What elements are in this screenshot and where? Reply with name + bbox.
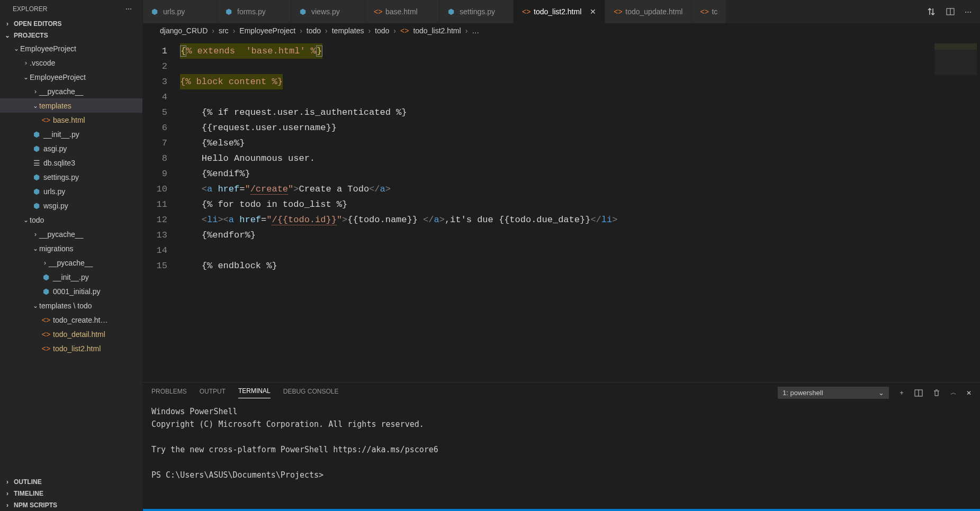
split-editor-icon[interactable] (946, 7, 955, 16)
tree-item-label: settings.py (43, 173, 79, 181)
trash-icon[interactable] (932, 389, 941, 397)
section-open-editors[interactable]: › OPEN EDITORS (0, 18, 142, 30)
code-line-13[interactable]: {%endfor%} (180, 227, 922, 243)
tree-item-__pycache__[interactable]: ›__pycache__ (0, 256, 142, 270)
section-projects[interactable]: ⌄ PROJECTS (0, 30, 142, 41)
tree-item-todo[interactable]: ⌄todo (0, 213, 142, 227)
tree-item-__init__-py[interactable]: ⬢__init__.py (0, 127, 142, 141)
chevron-right-icon: › (3, 501, 12, 509)
tab-label: views.py (311, 7, 340, 16)
code-line-1[interactable]: {% extends 'base.html' %} (180, 43, 922, 59)
tab-urls-py[interactable]: ⬢urls.py (143, 0, 217, 23)
panel-tab-problems[interactable]: PROBLEMS (151, 388, 187, 398)
breadcrumb-item[interactable]: todo (375, 26, 389, 35)
tab-tc[interactable]: <>tc (691, 0, 726, 23)
tree-item-label: __pycache__ (49, 259, 93, 267)
section-label: TIMELINE (14, 490, 43, 497)
tab-todo_list2-html[interactable]: <>todo_list2.html✕ (514, 0, 605, 23)
tree-item-label: templates \ todo (39, 302, 92, 310)
breadcrumb-separator: › (393, 26, 396, 35)
tree-item-urls-py[interactable]: ⬢urls.py (0, 184, 142, 198)
tree-item-__pycache__[interactable]: ›__pycache__ (0, 84, 142, 98)
panel-tab-terminal[interactable]: TERMINAL (238, 387, 271, 398)
tab-base-html[interactable]: <>base.html (365, 0, 439, 23)
tree-item--vscode[interactable]: ›.vscode (0, 56, 142, 70)
tree-item-todo_detail-html[interactable]: <>todo_detail.html (0, 327, 142, 341)
new-terminal-icon[interactable]: ＋ (898, 388, 905, 397)
tree-item-label: .vscode (30, 59, 55, 67)
terminal-output[interactable]: Windows PowerShell Copyright (C) Microso… (143, 399, 980, 509)
close-icon[interactable]: ✕ (586, 7, 596, 16)
tree-item-label: templates (39, 102, 71, 110)
code-line-14[interactable] (180, 243, 922, 258)
code-line-6[interactable]: {{request.user.username}} (180, 120, 922, 135)
code-line-10[interactable]: <a href="/create">Create a Todo</a> (180, 181, 922, 197)
tree-item-todo_list2-html[interactable]: <>todo_list2.html (0, 341, 142, 355)
panel-tab-debug[interactable]: DEBUG CONSOLE (283, 388, 339, 398)
tree-item-label: todo_list2.html (53, 344, 101, 353)
code-area[interactable]: {% extends 'base.html' %}{% block conten… (180, 39, 922, 382)
panel-tab-output[interactable]: OUTPUT (200, 388, 226, 398)
html-file-icon: <> (522, 7, 529, 16)
more-icon[interactable]: ⋯ (965, 8, 972, 16)
code-line-4[interactable] (180, 89, 922, 105)
tree-item-__pycache__[interactable]: ›__pycache__ (0, 227, 142, 241)
section-outline[interactable]: › OUTLINE (0, 476, 142, 488)
breadcrumb-item[interactable]: templates (332, 26, 364, 35)
tree-item-templates[interactable]: ⌄templates (0, 98, 142, 113)
code-line-8[interactable]: Hello Anounmous user. (180, 151, 922, 166)
breadcrumb-item[interactable]: todo (307, 26, 321, 35)
tab-todo_update-html[interactable]: <>todo_update.html (605, 0, 691, 23)
code-line-2[interactable] (180, 59, 922, 74)
tab-views-py[interactable]: ⬢views.py (291, 0, 365, 23)
code-line-11[interactable]: {% for todo in todo_list %} (180, 197, 922, 212)
close-icon[interactable]: ✕ (966, 389, 972, 397)
code-line-5[interactable]: {% if request.user.is_authenticated %} (180, 105, 922, 120)
compare-icon[interactable] (927, 7, 936, 16)
tab-settings-py[interactable]: ⬢settings.py (439, 0, 514, 23)
py-file-icon: ⬢ (300, 7, 307, 16)
code-line-12[interactable]: <li><a href="/{{todo.id}}">{{todo.name}}… (180, 212, 922, 227)
tab-label: tc (712, 7, 717, 16)
code-line-9[interactable]: {%endif%} (180, 166, 922, 181)
tree-item-asgi-py[interactable]: ⬢asgi.py (0, 141, 142, 156)
tree-item-wsgi-py[interactable]: ⬢wsgi.py (0, 198, 142, 213)
breadcrumb-item[interactable]: EmployeeProject (239, 26, 295, 35)
py-file-icon: ⬢ (226, 7, 233, 16)
tree-item-label: __pycache__ (39, 87, 83, 96)
tree-item-db-sqlite3[interactable]: ☰db.sqlite3 (0, 156, 142, 170)
tree-item-label: 0001_initial.py (53, 287, 101, 296)
line-gutter: 123456789101112131415 (143, 39, 180, 382)
terminal-select[interactable]: 1: powershell ⌄ (778, 387, 889, 399)
section-label: NPM SCRIPTS (14, 501, 57, 509)
breadcrumb-item[interactable]: src (219, 26, 229, 35)
section-npm-scripts[interactable]: › NPM SCRIPTS (0, 499, 142, 511)
breadcrumb[interactable]: django_CRUD›src›EmployeeProject›todo›tem… (143, 23, 980, 39)
tab-forms-py[interactable]: ⬢forms.py (217, 0, 291, 23)
chevron-up-icon[interactable]: ︿ (950, 388, 957, 397)
breadcrumb-item[interactable]: django_CRUD (160, 26, 208, 35)
code-line-3[interactable]: {% block content %} (180, 74, 922, 89)
code-line-7[interactable]: {%else%} (180, 135, 922, 151)
code-line-15[interactable]: {% endblock %} (180, 258, 922, 273)
section-timeline[interactable]: › TIMELINE (0, 488, 142, 499)
terminal-select-label: 1: powershell (783, 389, 823, 397)
breadcrumb-item[interactable]: todo_list2.html (413, 26, 461, 35)
editor[interactable]: 123456789101112131415 {% extends 'base.h… (143, 39, 980, 382)
explorer-more-icon[interactable]: ⋯ (125, 5, 133, 13)
tree-item-base-html[interactable]: <>base.html (0, 113, 142, 127)
bottom-panel: PROBLEMS OUTPUT TERMINAL DEBUG CONSOLE 1… (143, 382, 980, 509)
split-terminal-icon[interactable] (914, 389, 923, 397)
tree-item-EmployeeProject[interactable]: ⌄EmployeeProject (0, 70, 142, 84)
explorer-sidebar: EXPLORER ⋯ › OPEN EDITORS ⌄ PROJECTS ⌄Em… (0, 0, 143, 511)
tree-item-templates---todo[interactable]: ⌄templates \ todo (0, 298, 142, 313)
tree-item-migrations[interactable]: ⌄migrations (0, 241, 142, 256)
tree-item-settings-py[interactable]: ⬢settings.py (0, 170, 142, 184)
tree-item-EmployeeProject[interactable]: ⌄EmployeeProject (0, 41, 142, 56)
tree-item-0001_initial-py[interactable]: ⬢0001_initial.py (0, 284, 142, 298)
breadcrumb-item[interactable]: … (472, 26, 479, 35)
tree-item-__init__-py[interactable]: ⬢__init__.py (0, 270, 142, 284)
tree-item-label: EmployeeProject (20, 44, 76, 53)
tree-item-todo_create-ht-[interactable]: <>todo_create.ht… (0, 313, 142, 327)
minimap[interactable] (922, 39, 980, 382)
